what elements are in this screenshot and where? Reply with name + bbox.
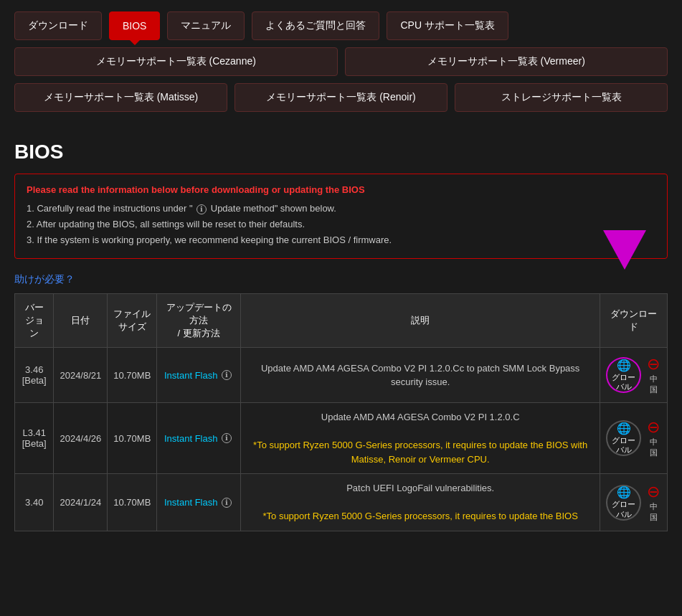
china-download-icon: ⊖ bbox=[647, 483, 660, 501]
down-arrow-icon bbox=[603, 230, 646, 270]
info-line-1: 1. Carefully read the instructions under… bbox=[27, 201, 655, 217]
warning-title: Please read the information below before… bbox=[27, 184, 655, 195]
info-line-2: 2. After updating the BIOS, all settings… bbox=[27, 217, 655, 232]
china-download-icon: ⊖ bbox=[647, 418, 660, 437]
instant-flash-info-icon: ℹ bbox=[222, 498, 232, 508]
nav-memory-cezanne[interactable]: メモリーサポート一覧表 (Cezanne) bbox=[14, 47, 338, 76]
nav-memory-vermeer[interactable]: メモリーサポート一覧表 (Vermeer) bbox=[345, 47, 668, 76]
th-date: 日付 bbox=[54, 294, 108, 348]
globe-icon: 🌐 bbox=[617, 485, 631, 499]
nav-cpu-support[interactable]: CPU サポート一覧表 bbox=[387, 11, 508, 40]
table-row: 3.40 2024/1/24 10.70MB Instant Flash ℹ P… bbox=[15, 474, 668, 531]
info-icon-1: ℹ bbox=[196, 204, 207, 214]
date-cell: 2024/8/21 bbox=[54, 348, 108, 403]
table-row: L3.41[Beta] 2024/4/26 10.70MB Instant Fl… bbox=[15, 403, 668, 474]
instant-flash-info-icon: ℹ bbox=[222, 370, 232, 380]
th-download: ダウンロード bbox=[600, 294, 668, 348]
download-options: 🌐 グローバル ⊖ 中国 bbox=[606, 483, 661, 523]
download-options: 🌐 グローバル ⊖ 中国 bbox=[606, 418, 661, 458]
size-cell: 10.70MB bbox=[108, 348, 157, 403]
size-cell: 10.70MB bbox=[108, 474, 157, 531]
nav-bios[interactable]: BIOS bbox=[109, 11, 160, 40]
table-row: 3.46[Beta] 2024/8/21 10.70MB Instant Fla… bbox=[15, 348, 668, 403]
china-label: 中国 bbox=[645, 501, 661, 523]
china-download-button[interactable]: ⊖ 中国 bbox=[645, 483, 661, 523]
date-cell: 2024/1/24 bbox=[54, 474, 108, 531]
instant-flash-button[interactable]: Instant Flash ℹ bbox=[164, 370, 233, 381]
instant-flash-button[interactable]: Instant Flash ℹ bbox=[164, 497, 233, 508]
table-header-row: バージョン 日付 ファイルサイズ アップデートの方法/ 更新方法 説明 ダウンロ… bbox=[15, 294, 668, 348]
date-cell: 2024/4/26 bbox=[54, 403, 108, 474]
globe-icon: 🌐 bbox=[617, 359, 631, 372]
nav-row-3: メモリーサポート一覧表 (Matisse) メモリーサポート一覧表 (Renoi… bbox=[14, 83, 668, 112]
globe-icon: 🌐 bbox=[617, 422, 631, 435]
version-cell: 3.46[Beta] bbox=[15, 348, 54, 403]
download-options: 🌐 グローバル ⊖ 中国 bbox=[606, 355, 661, 395]
method-cell: Instant Flash ℹ bbox=[157, 348, 241, 403]
help-section: 助けが必要？ bbox=[14, 273, 668, 286]
th-filesize: ファイルサイズ bbox=[108, 294, 157, 348]
download-cell: 🌐 グローバル ⊖ 中国 bbox=[600, 403, 668, 474]
china-label: 中国 bbox=[645, 437, 661, 458]
nav-section: ダウンロード BIOS マニュアル よくあるご質問と回答 CPU サポート一覧表… bbox=[0, 0, 682, 119]
th-method: アップデートの方法/ 更新方法 bbox=[157, 294, 241, 348]
instant-flash-info-icon: ℹ bbox=[222, 433, 232, 443]
highlight-text: *To support Ryzen 5000 G-Series processo… bbox=[253, 440, 587, 465]
help-link[interactable]: 助けが必要？ bbox=[14, 273, 75, 285]
arrow-annotation bbox=[603, 230, 646, 272]
version-cell: L3.41[Beta] bbox=[15, 403, 54, 474]
instant-flash-button[interactable]: Instant Flash ℹ bbox=[164, 433, 233, 444]
global-download-button[interactable]: 🌐 グローバル bbox=[606, 357, 641, 393]
china-label: 中国 bbox=[645, 374, 661, 395]
version-cell: 3.40 bbox=[15, 474, 54, 531]
main-content: BIOS Please read the information below b… bbox=[0, 119, 682, 546]
global-download-button[interactable]: 🌐 グローバル bbox=[606, 485, 641, 521]
nav-storage-support[interactable]: ストレージサポート一覧表 bbox=[455, 83, 668, 112]
download-cell: 🌐 グローバル ⊖ 中国 bbox=[600, 348, 668, 403]
th-version: バージョン bbox=[15, 294, 54, 348]
china-download-button[interactable]: ⊖ 中国 bbox=[645, 418, 661, 458]
description-cell: Patch UEFI LogoFail vulnerabilities. *To… bbox=[241, 474, 600, 531]
size-cell: 10.70MB bbox=[108, 403, 157, 474]
nav-memory-renoir[interactable]: メモリーサポート一覧表 (Renoir) bbox=[235, 83, 447, 112]
nav-row-1: ダウンロード BIOS マニュアル よくあるご質問と回答 CPU サポート一覧表 bbox=[14, 11, 668, 40]
nav-download[interactable]: ダウンロード bbox=[14, 11, 102, 40]
info-line-3: 3. If the system is working properly, we… bbox=[27, 232, 655, 248]
method-cell: Instant Flash ℹ bbox=[157, 403, 241, 474]
nav-manual[interactable]: マニュアル bbox=[167, 11, 245, 40]
global-label: グローバル bbox=[612, 500, 635, 518]
th-description: 説明 bbox=[241, 294, 600, 348]
info-box: Please read the information below before… bbox=[14, 174, 668, 259]
global-label: グローバル bbox=[612, 373, 635, 392]
nav-memory-matisse[interactable]: メモリーサポート一覧表 (Matisse) bbox=[14, 83, 227, 112]
global-download-button[interactable]: 🌐 グローバル bbox=[606, 420, 641, 456]
description-cell: Update AMD AM4 AGESA Combo V2 PI 1.2.0.C… bbox=[241, 403, 600, 474]
download-cell: 🌐 グローバル ⊖ 中国 bbox=[600, 474, 668, 531]
method-cell: Instant Flash ℹ bbox=[157, 474, 241, 531]
china-download-button[interactable]: ⊖ 中国 bbox=[645, 355, 661, 395]
nav-row-2: メモリーサポート一覧表 (Cezanne) メモリーサポート一覧表 (Verme… bbox=[14, 47, 668, 76]
nav-faq[interactable]: よくあるご質問と回答 bbox=[252, 11, 379, 40]
highlight-text: *To support Ryzen 5000 G-Series processo… bbox=[262, 511, 577, 521]
global-label: グローバル bbox=[612, 436, 635, 455]
china-download-icon: ⊖ bbox=[647, 355, 660, 374]
page-title: BIOS bbox=[14, 141, 668, 164]
bios-table: バージョン 日付 ファイルサイズ アップデートの方法/ 更新方法 説明 ダウンロ… bbox=[14, 293, 668, 531]
description-cell: Update AMD AM4 AGESA Combo V2 PI 1.2.0.C… bbox=[241, 348, 600, 403]
